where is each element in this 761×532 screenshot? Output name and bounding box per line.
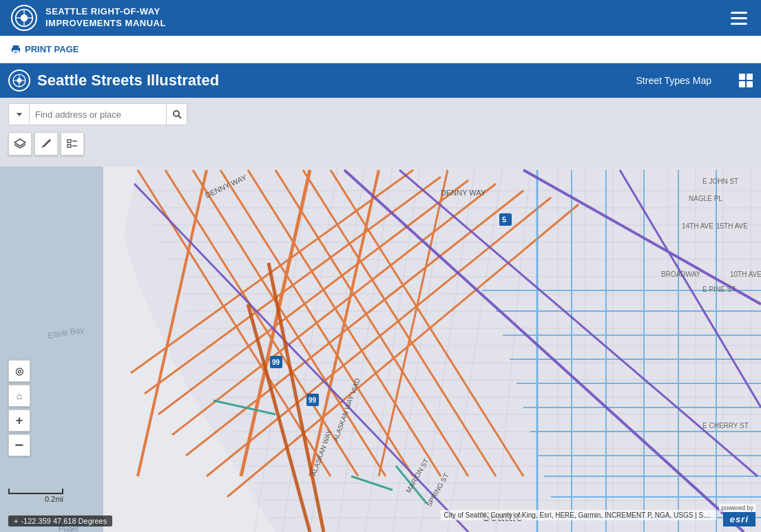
svg-line-127 xyxy=(178,116,181,118)
header-title: SEATTLE RIGHT-OF-WAY IMPROVEMENTS MANUAL xyxy=(45,6,166,30)
header-left: SEATTLE RIGHT-OF-WAY IMPROVEMENTS MANUAL xyxy=(11,5,166,31)
map-search-bar xyxy=(8,103,187,125)
legend-button[interactable] xyxy=(61,132,84,156)
print-icon xyxy=(11,45,21,54)
map-header-bar: Seattle Streets Illustrated Street Types… xyxy=(0,63,761,98)
app-header: SEATTLE RIGHT-OF-WAY IMPROVEMENTS MANUAL xyxy=(0,0,761,36)
esri-logo: esri xyxy=(723,512,755,526)
search-dropdown-button[interactable] xyxy=(9,104,30,125)
print-bar: PRINT PAGE xyxy=(0,36,761,63)
powered-by-label: powered by xyxy=(719,504,755,512)
coordinates-bar: + -122.359 47.618 Degrees xyxy=(8,515,112,526)
hamburger-button[interactable] xyxy=(728,9,750,28)
svg-text:E JOHN ST: E JOHN ST xyxy=(702,178,738,185)
coordinates-text: -122.359 47.618 Degrees xyxy=(21,517,107,525)
header-logo xyxy=(11,5,37,31)
search-input[interactable] xyxy=(30,109,166,120)
svg-text:14TH AVE: 14TH AVE xyxy=(682,222,713,230)
scale-bar-label: 0.2mi xyxy=(8,495,63,503)
attribution-text: City of Seattle, County of King, Esri, H… xyxy=(441,510,716,520)
map-title: Seattle Streets Illustrated xyxy=(37,72,636,89)
zoom-in-button[interactable]: + xyxy=(8,409,30,432)
zoom-out-button[interactable]: − xyxy=(8,434,30,456)
map-title-logo xyxy=(8,70,30,92)
nav-controls: ◎ ⌂ + − xyxy=(8,360,30,456)
home-button[interactable]: ⌂ xyxy=(8,385,30,407)
svg-text:BROADWAY: BROADWAY xyxy=(661,270,701,278)
svg-text:10TH AVE: 10TH AVE xyxy=(730,270,761,278)
svg-text:15TH AVE: 15TH AVE xyxy=(716,222,748,230)
svg-rect-132 xyxy=(67,140,71,142)
map-container[interactable]: DENNY WAY DENNY WAY E JOHN ST E PINE ST … xyxy=(0,63,761,532)
svg-text:E PINE ST: E PINE ST xyxy=(702,286,736,293)
locate-button[interactable]: ◎ xyxy=(8,360,30,382)
map-subtitle: Street Types Map xyxy=(636,75,711,86)
layers-button[interactable] xyxy=(8,132,32,156)
svg-text:99: 99 xyxy=(309,396,317,404)
scale-bar-line xyxy=(8,489,63,494)
svg-text:E CHERRY ST: E CHERRY ST xyxy=(702,422,749,429)
attribution-bar: City of Seattle, County of King, Esri, H… xyxy=(441,504,755,526)
map-grid-button[interactable] xyxy=(739,74,753,87)
svg-rect-8 xyxy=(14,52,17,53)
print-page-link[interactable]: PRINT PAGE xyxy=(11,44,79,54)
svg-text:5: 5 xyxy=(502,215,506,224)
search-button[interactable] xyxy=(166,104,187,125)
svg-point-126 xyxy=(174,111,179,116)
svg-text:99: 99 xyxy=(272,359,280,366)
map-tools xyxy=(8,132,84,156)
svg-rect-134 xyxy=(67,145,71,147)
svg-marker-128 xyxy=(14,139,25,146)
svg-text:NAGLE PL: NAGLE PL xyxy=(689,195,722,202)
svg-text:DENNY WAY: DENNY WAY xyxy=(441,189,486,197)
svg-line-131 xyxy=(48,141,49,142)
svg-rect-7 xyxy=(14,51,17,52)
edit-button[interactable] xyxy=(34,132,58,156)
svg-marker-125 xyxy=(17,113,22,116)
scale-bar: 0.2mi xyxy=(8,489,63,503)
map-background: DENNY WAY DENNY WAY E JOHN ST E PINE ST … xyxy=(0,63,761,532)
